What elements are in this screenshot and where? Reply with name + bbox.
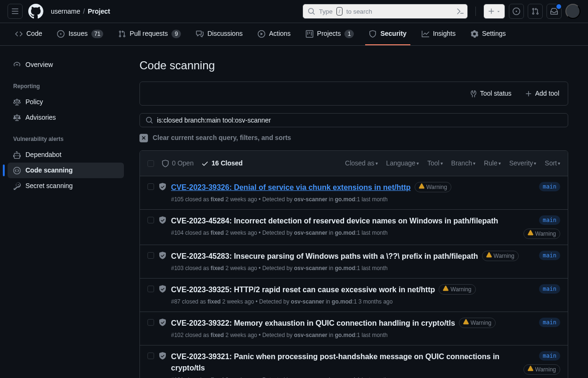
- user-avatar[interactable]: [565, 4, 580, 19]
- row-checkbox[interactable]: [147, 183, 154, 190]
- branch-pill[interactable]: main: [539, 284, 560, 294]
- row-checkbox[interactable]: [147, 217, 154, 223]
- meter-icon: [13, 61, 21, 69]
- clear-filters-link[interactable]: ✕ Clear current search query, filters, a…: [139, 133, 568, 143]
- nav-insights[interactable]: Insights: [418, 23, 459, 45]
- global-search[interactable]: Type / to search: [302, 4, 453, 19]
- alert-meta: #105 closed as fixed 2 weeks ago • Detec…: [171, 195, 534, 204]
- alert-title-link[interactable]: CVE-2023-45283: Insecure parsing of Wind…: [171, 251, 478, 262]
- search-icon: [308, 8, 315, 15]
- breadcrumb-owner[interactable]: username: [51, 7, 80, 16]
- branch-pill[interactable]: main: [539, 318, 560, 327]
- x-icon: ✕: [139, 134, 148, 142]
- filter-branch[interactable]: Branch ▾: [451, 158, 475, 168]
- branch-pill[interactable]: main: [539, 215, 560, 225]
- notifications-button[interactable]: [547, 4, 562, 19]
- shield-icon: [369, 30, 376, 38]
- tool-status-button[interactable]: Tool status: [465, 86, 516, 101]
- severity-badge: Warning: [439, 284, 475, 295]
- menu-button[interactable]: [8, 4, 23, 19]
- nav-security[interactable]: Security: [365, 23, 410, 45]
- create-new-button[interactable]: [483, 4, 505, 19]
- pr-icon: [118, 30, 126, 38]
- breadcrumb: username / Project: [51, 7, 110, 16]
- alert-title-link[interactable]: CVE-2023-39325: HTTP/2 rapid reset can c…: [171, 284, 435, 296]
- triangle-down-icon: ▾: [498, 160, 501, 167]
- sidebar-overview[interactable]: Overview: [8, 57, 124, 73]
- branch-pill[interactable]: main: [539, 351, 560, 361]
- nav-projects[interactable]: Projects1: [302, 23, 358, 45]
- breadcrumb-repo[interactable]: Project: [88, 7, 110, 16]
- alert-icon: [463, 319, 469, 325]
- alert-title-link[interactable]: CVE-2023-45284: Incorrect detection of r…: [171, 215, 498, 227]
- nav-actions[interactable]: Actions: [254, 23, 294, 45]
- branch-pill[interactable]: main: [539, 251, 560, 260]
- alert-title-link[interactable]: CVE-2023-39321: Panic when processing po…: [171, 351, 515, 374]
- nav-code[interactable]: Code: [11, 23, 46, 45]
- severity-badge: Warning: [523, 364, 560, 375]
- alert-meta: #101 closed as fixed 2 weeks ago • Detec…: [171, 376, 515, 378]
- alert-icon: [419, 183, 425, 189]
- toolbar: Tool status Add tool: [139, 82, 568, 106]
- row-checkbox[interactable]: [147, 353, 154, 359]
- alerts-list: 0 Open 16 Closed Closed as ▾Language ▾To…: [139, 150, 568, 378]
- filter-sort[interactable]: Sort ▾: [545, 158, 560, 168]
- filter-rule[interactable]: Rule ▾: [484, 158, 501, 168]
- severity-badge: Warning: [523, 229, 560, 239]
- nav-discussions[interactable]: Discussions: [192, 23, 246, 45]
- add-tool-button[interactable]: Add tool: [520, 86, 564, 101]
- issue-icon: [57, 30, 65, 38]
- nav-issues[interactable]: Issues71: [53, 23, 107, 45]
- triangle-down-icon: ▾: [473, 160, 475, 167]
- severity-badge: Warning: [415, 182, 451, 192]
- closed-toggle[interactable]: 16 Closed: [201, 158, 243, 168]
- shield-check-icon: [159, 252, 166, 272]
- github-logo[interactable]: [26, 4, 45, 19]
- three-bars-icon: [11, 8, 19, 15]
- triangle-down-icon: ▾: [558, 160, 560, 167]
- alert-row: CVE-2023-39321: Panic when processing po…: [140, 345, 568, 378]
- alert-icon: [443, 286, 449, 291]
- triangle-down-icon: ▾: [441, 160, 443, 167]
- row-checkbox[interactable]: [147, 286, 154, 292]
- filter-closed-as[interactable]: Closed as ▾: [345, 158, 377, 168]
- issue-opened-icon: [513, 8, 520, 15]
- project-icon: [306, 30, 313, 38]
- select-all-checkbox[interactable]: [147, 160, 154, 167]
- nav-pull-requests[interactable]: Pull requests9: [114, 23, 185, 45]
- row-checkbox[interactable]: [147, 319, 154, 326]
- sidebar-item-secret-scanning[interactable]: Secret scanning: [8, 178, 124, 194]
- alert-title-link[interactable]: CVE-2023-39322: Memory exhaustion in QUI…: [171, 318, 455, 329]
- filter-language[interactable]: Language ▾: [386, 158, 419, 168]
- alert-title-link[interactable]: CVE-2023-39326: Denial of service via ch…: [171, 182, 411, 193]
- open-toggle[interactable]: 0 Open: [162, 158, 194, 168]
- command-palette-button[interactable]: [453, 4, 468, 19]
- sidebar-item-code-scanning[interactable]: Code scanning: [8, 163, 124, 178]
- alert-search[interactable]: [139, 113, 568, 127]
- security-sidebar: Overview ReportingPolicyAdvisoriesVulner…: [0, 46, 132, 378]
- alert-search-input[interactable]: [157, 116, 562, 124]
- filter-severity[interactable]: Severity ▾: [509, 158, 537, 168]
- alert-icon: [486, 252, 492, 258]
- alert-icon: [528, 230, 533, 236]
- codescan-icon: [13, 167, 21, 174]
- issues-global-button[interactable]: [509, 4, 524, 19]
- alert-row: CVE-2023-45284: Incorrect detection of r…: [140, 210, 568, 245]
- alert-row: CVE-2023-45283: Insecure parsing of Wind…: [140, 245, 568, 279]
- row-checkbox[interactable]: [147, 252, 154, 259]
- dependabot-icon: [13, 151, 21, 159]
- severity-badge: Warning: [459, 318, 496, 328]
- shield-check-icon: [159, 319, 166, 339]
- sidebar-item-policy[interactable]: Policy: [8, 94, 124, 110]
- tools-icon: [470, 90, 477, 98]
- alert-row: CVE-2023-39325: HTTP/2 rapid reset can c…: [140, 279, 568, 312]
- sidebar-item-dependabot[interactable]: Dependabot: [8, 147, 124, 163]
- pull-requests-global-button[interactable]: [528, 4, 543, 19]
- shield-check-icon: [159, 352, 166, 378]
- severity-badge: Warning: [482, 251, 519, 261]
- filter-tool[interactable]: Tool ▾: [427, 158, 443, 168]
- nav-settings[interactable]: Settings: [467, 23, 510, 45]
- sidebar-item-advisories[interactable]: Advisories: [8, 110, 124, 125]
- plus-icon: [525, 90, 532, 98]
- branch-pill[interactable]: main: [539, 182, 560, 191]
